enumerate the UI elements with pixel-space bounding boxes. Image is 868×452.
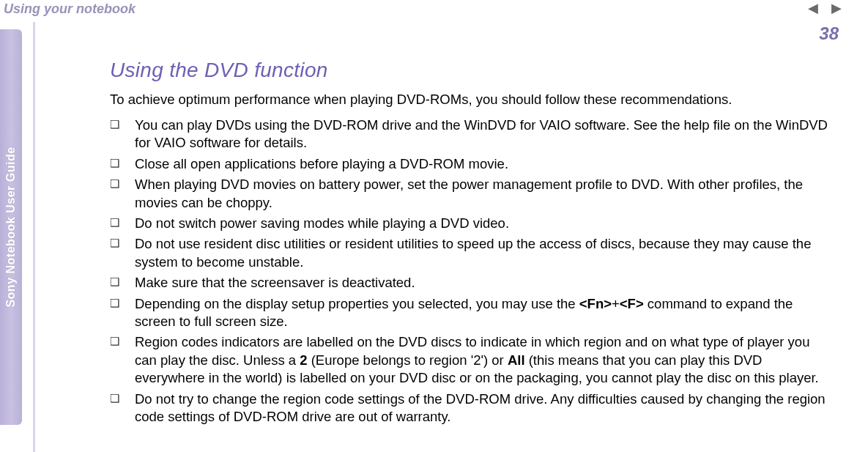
list-item: Close all open applications before playi… — [110, 155, 835, 173]
section-heading: Using the DVD function — [110, 59, 835, 82]
key-combo: <F> — [620, 296, 644, 311]
side-tab-label: Sony Notebook User Guide — [4, 147, 18, 307]
text-fragment: + — [612, 296, 620, 311]
list-item: Do not use resident disc utilities or re… — [110, 235, 835, 271]
recommendation-list: You can play DVDs using the DVD-ROM driv… — [110, 116, 835, 426]
list-item: Make sure that the screensaver is deacti… — [110, 274, 835, 292]
list-item: When playing DVD movies on battery power… — [110, 176, 835, 212]
page-content: Using the DVD function To achieve optimu… — [110, 59, 835, 429]
text-fragment: Depending on the display setup propertie… — [135, 296, 579, 311]
list-item: Region codes indicators are labelled on … — [110, 333, 835, 387]
region-code: All — [508, 352, 525, 368]
side-tab: Sony Notebook User Guide — [0, 29, 22, 425]
list-item: Do not try to change the region code set… — [110, 390, 835, 426]
region-code: 2 — [300, 352, 307, 368]
vertical-rule — [33, 22, 35, 452]
nav-arrows: ◀ ▶ — [808, 0, 842, 16]
text-fragment: (Europe belongs to region '2') or — [308, 352, 508, 368]
page-number: 38 — [819, 23, 839, 44]
next-page-icon[interactable]: ▶ — [831, 0, 842, 16]
list-item: Do not switch power saving modes while p… — [110, 215, 835, 232]
list-item: You can play DVDs using the DVD-ROM driv… — [110, 116, 835, 152]
intro-text: To achieve optimum performance when play… — [110, 91, 835, 109]
key-combo: <Fn> — [579, 296, 612, 311]
list-item: Depending on the display setup propertie… — [110, 295, 835, 331]
breadcrumb: Using your notebook — [4, 1, 136, 17]
prev-page-icon[interactable]: ◀ — [808, 0, 818, 16]
